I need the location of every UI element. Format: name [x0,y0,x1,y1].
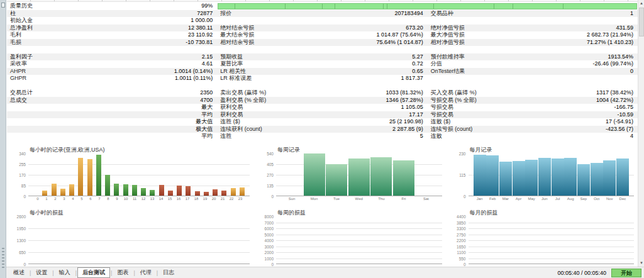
x-tick-label: 10 [121,196,130,202]
row-label: LR 相关性 [220,68,246,75]
row-label: 最大净值亏损 [431,31,465,39]
row-label: 连胜 [220,133,231,140]
table-row[interactable]: 交易总计2350卖出交易 (赢得 %)1033 (81.32%)买入交易 (赢得… [7,89,638,97]
quality-segment [323,4,335,9]
y-tick-label: 135 [260,184,276,188]
row-label: AHPR [10,68,26,75]
stat-cell: LR 标准误差1 817.37 [217,75,427,82]
table-row[interactable]: 最大获利交易1 105.05亏损交易-166.75 [7,104,638,111]
table-row[interactable]: GHPR1.0011 (0.11%)LR 标准误差1 817.37 [7,75,638,82]
stat-cell: 绝对净值亏损431.59 [428,25,638,32]
row-value: 0.65 [412,68,423,75]
table-row[interactable]: 毛利23 110.92最大结余亏损1 014.87 (75.64%)最大净值亏损… [7,31,638,39]
row-value: -423.56 (7) [606,126,633,133]
row-label: 毛损 [10,39,21,47]
x-tick-label: Fri [393,196,414,202]
row-value: 17 (-54.91) [606,118,633,126]
scroll-up-icon[interactable]: ▲ [638,0,644,7]
table-row[interactable]: 最大值连胜 ($)25 (2 190.98)连败 ($)17 (-54.91) [7,118,638,126]
row-value: -10.59 [617,111,633,119]
row-value: 99% [201,3,213,10]
bar [204,192,209,196]
stat-cell: 极大值 [7,126,217,133]
x-tick-label: 20 [209,196,218,202]
vertical-scrollbar[interactable]: ▲ ▼ [638,0,644,267]
table-row[interactable]: 总净盈利12 380.11绝对结余亏损673.20绝对净值亏损431.59 [7,25,638,32]
row-label: 分值 [431,60,442,68]
y-tick-label: 0 [452,194,469,199]
table-row[interactable]: 盈利因子2.15预期收益5.27预付款维持率1913.54% [7,53,638,61]
table-row[interactable]: 柱72877报价207183494交易品种1 [7,10,638,18]
stat-cell: 总净盈利12 380.11 [7,25,217,32]
chart-title: 每小时的损益 [9,209,251,216]
table-row[interactable]: 毛损-10 730.81相对结余亏损75.64% (1 014.87)相对净值亏… [7,39,638,47]
y-tick-label: 340 [12,152,28,156]
stat-cell: LR 相关性0.65 [217,68,427,75]
table-row[interactable]: 初始入金1 000.00 [7,17,638,25]
chart-plot: 5404052701350 [276,153,442,196]
row-label: 柱 [10,10,16,18]
stat-cell: 连胜5 [217,133,427,140]
tab-后台测试[interactable]: 后台测试 [77,267,110,278]
x-axis-labels: 01234567891011121314151617181920212223 [28,196,250,202]
x-tick-label: Jan [474,196,486,202]
stat-cell: 夏普比率0.72 [217,60,427,68]
stat-cell: 毛利23 110.92 [7,31,217,39]
quality-segment [513,4,564,9]
y-tick-label: 170 [12,173,28,177]
row-value: 1 014.87 (75.64%) [377,31,423,39]
y-tick-label: 540 [260,152,276,156]
row-value: 1.0011 (0.11%) [175,75,213,82]
x-tick-label: Mon [304,196,325,202]
bar [177,186,182,196]
bar [499,162,512,196]
bar [370,157,392,196]
table-row[interactable]: AHPR1.0014 (0.14%)LR 相关性0.65OnTester结果0 [7,68,638,75]
x-tick-label: Nov [603,196,616,202]
pin-icon[interactable] [1,3,5,8]
bar [87,159,92,196]
y-tick-label: 5000 [260,233,276,237]
table-row[interactable]: 极大值连续获利 (count)2 287.85 (9)连续亏损 (count)-… [7,126,638,133]
row-value: 最大值 [196,118,213,126]
table-row[interactable]: 质量历史99% [7,3,638,10]
x-tick-label: 6 [86,196,95,202]
quality-cell: 质量历史99% [7,3,217,10]
backtest-report: 质量历史99%柱72877报价207183494交易品种1初始入金1 000.0… [7,0,638,267]
scroll-down-icon[interactable]: ▼ [638,260,644,267]
bar [168,191,173,196]
row-value: 2350 [200,89,213,97]
row-value: 1913.54% [608,53,633,61]
x-tick-label: 16 [174,196,183,202]
tab-设置[interactable]: 设置 [31,268,52,277]
table-row[interactable]: 采收率4.61夏普比率0.72分值-26.46 (99.74%) [7,60,638,68]
stat-cell: 最大结余亏损1 014.87 (75.64%) [217,31,427,39]
y-tick-label: 230 [452,152,469,156]
y-tick-label: 550 [452,257,469,261]
quality-segment [235,4,286,9]
y-tick-label: 1650 [452,245,469,249]
elapsed-time: 00:05:40 / 00:05:40 [557,270,606,276]
tab-图表[interactable]: 图表 [113,268,133,277]
bar [240,187,245,196]
row-label: 盈利因子 [10,53,33,61]
tab-概述[interactable]: 概述 [9,268,29,277]
chart-title: 每月的损益 [450,209,636,216]
x-tick-label: 1 [42,196,51,202]
scrollbar-thumb[interactable] [639,8,644,36]
table-row[interactable]: 平均获利交易17.17亏损交易-10.59 [7,111,638,119]
tab-日志[interactable]: 日志 [158,268,179,277]
tab-输入[interactable]: 输入 [55,268,75,277]
stat-cell: 交易品种1 [428,10,638,18]
docked-panel-handle[interactable] [2,248,4,269]
y-tick-label: 0 [12,194,28,199]
row-value: 1004 (42.72%) [596,97,633,104]
bar [616,158,629,196]
tab-代理[interactable]: 代理 [136,268,156,277]
start-button[interactable]: 开始 [611,269,641,277]
top-ruler [7,0,638,2]
stat-cell: 获利交易17.17 [217,111,427,119]
table-row[interactable]: 总成交4700盈利交易 (% 全部)1346 (57.28%)亏损交易 (% 全… [7,97,638,104]
x-tick-label: 18 [192,196,201,202]
table-row[interactable]: 平均连胜5连败4 [7,133,638,140]
